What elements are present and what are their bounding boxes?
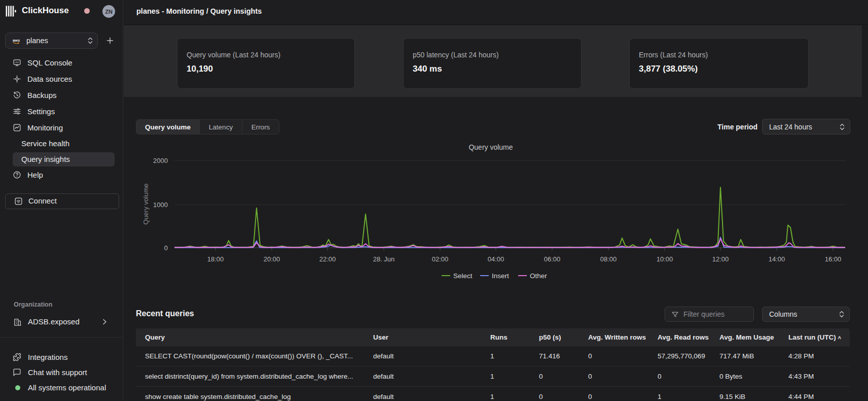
svg-text:Query volume: Query volume	[468, 143, 513, 151]
svg-text:02:00: 02:00	[432, 255, 449, 263]
svg-text:28. Jun: 28. Jun	[373, 255, 395, 263]
svg-text:Select: Select	[453, 272, 473, 280]
svg-text:Insert: Insert	[492, 272, 509, 280]
svg-text:14:00: 14:00	[769, 255, 785, 263]
svg-text:aws: aws	[13, 38, 20, 43]
svg-text:12:00: 12:00	[712, 255, 729, 263]
svg-text:0: 0	[164, 244, 168, 252]
svg-text:2000: 2000	[153, 157, 168, 164]
svg-text:1000: 1000	[153, 201, 168, 209]
svg-text:Other: Other	[530, 272, 547, 280]
svg-text:Query volume: Query volume	[142, 184, 150, 225]
svg-text:22:00: 22:00	[319, 255, 336, 263]
svg-text:16:00: 16:00	[825, 255, 842, 263]
svg-text:06:00: 06:00	[544, 255, 561, 263]
svg-text:18:00: 18:00	[207, 255, 224, 263]
svg-text:20:00: 20:00	[264, 255, 280, 263]
svg-text:04:00: 04:00	[488, 255, 504, 263]
svg-text:08:00: 08:00	[600, 255, 617, 263]
svg-text:10:00: 10:00	[657, 255, 673, 263]
